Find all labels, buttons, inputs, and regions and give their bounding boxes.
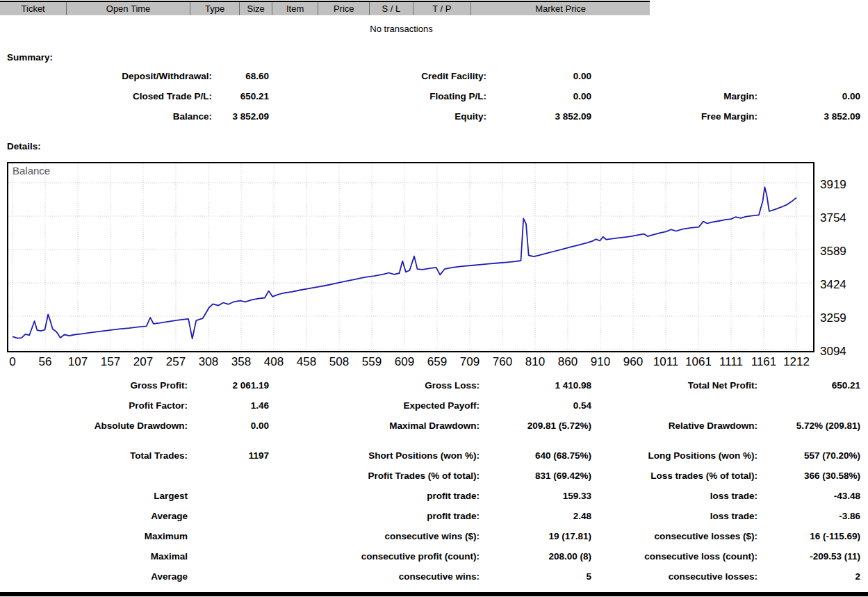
- column-header-open-time: Open Time: [67, 1, 190, 15]
- x-axis-tick-label: 910: [591, 355, 610, 369]
- table-row: Closed Trade P/L: 650.21 Floating P/L: 0…: [0, 86, 860, 106]
- stat-value: 0.00: [486, 86, 591, 106]
- stat-value: [188, 526, 269, 546]
- table-row: Largest profit trade: 159.33 loss trade:…: [0, 486, 860, 506]
- stat-value: [758, 395, 860, 416]
- x-axis-tick-label: 1212: [783, 355, 810, 369]
- x-axis-tick-label: 659: [427, 355, 447, 369]
- stat-value: -3.86: [758, 506, 860, 526]
- x-axis-tick-label: 358: [231, 355, 251, 369]
- stat-value: 5.72% (209.81): [758, 416, 860, 436]
- stat-label: Maximum: [0, 526, 188, 546]
- stat-label: Average: [0, 566, 188, 587]
- stat-value: 831 (69.42%): [480, 466, 591, 486]
- stat-label: Credit Facility:: [269, 66, 486, 86]
- stat-value: -209.53 (11): [758, 546, 860, 566]
- balance-chart: Balance 39193754358934243259309405610715…: [7, 162, 868, 370]
- stat-value: 2 061.19: [188, 375, 269, 395]
- stat-value: 3 852.09: [486, 106, 591, 126]
- stat-label: Absolute Drawdown:: [0, 416, 188, 436]
- stat-label: loss trade:: [591, 506, 758, 526]
- stat-value: [758, 66, 860, 86]
- spacer-row: [0, 436, 860, 445]
- stat-label: Long Positions (won %):: [591, 445, 758, 466]
- stat-value: 19 (17.81): [480, 526, 591, 546]
- y-axis-tick-label: 3424: [820, 278, 846, 292]
- y-axis-tick-label: 3754: [820, 211, 846, 225]
- stat-label: Relative Drawdown:: [591, 416, 758, 436]
- chart-title: Balance: [13, 165, 50, 177]
- x-axis-tick-label: 508: [329, 355, 349, 369]
- stat-label: consecutive losses ($):: [591, 526, 758, 546]
- stat-label: Maximal Drawdown:: [269, 416, 480, 436]
- stat-label: Largest: [0, 486, 188, 506]
- stat-label: Loss trades (% of total):: [591, 466, 758, 486]
- balance-chart-canvas: [8, 163, 813, 351]
- stat-label: Closed Trade P/L:: [0, 86, 212, 106]
- stat-label: Maximal: [0, 546, 188, 566]
- statistics-table: Gross Profit: 2 061.19 Gross Loss: 1 410…: [0, 375, 860, 587]
- x-axis-tick-label: 1161: [751, 355, 777, 369]
- column-header-tp: T / P: [413, 1, 471, 15]
- transactions-header-row: Ticket Open Time Type Size Item Price S …: [0, 1, 650, 15]
- stat-value: [188, 466, 269, 486]
- stat-label: Average: [0, 506, 188, 526]
- stat-value: 209.81 (5.72%): [480, 416, 591, 436]
- stat-label: profit trade:: [269, 506, 480, 526]
- stat-value: 1 410.98: [480, 375, 591, 395]
- stat-value: [188, 566, 269, 587]
- x-axis-tick-label: 257: [166, 355, 186, 369]
- x-axis-tick-label: 810: [525, 355, 545, 369]
- x-axis-tick-label: 860: [558, 355, 578, 369]
- stat-label: consecutive profit (count):: [269, 546, 480, 566]
- x-axis-tick-label: 1011: [653, 355, 679, 369]
- stat-value: 159.33: [480, 486, 591, 506]
- stat-label: Gross Profit:: [0, 375, 188, 395]
- x-axis-tick-label: 458: [297, 355, 316, 369]
- stat-label: profit trade:: [269, 486, 480, 506]
- stat-value: 3 852.09: [212, 106, 269, 126]
- stat-value: 2: [758, 566, 860, 587]
- y-axis-tick-label: 3589: [820, 245, 846, 259]
- column-header-type: Type: [190, 1, 240, 15]
- table-row: Absolute Drawdown: 0.00 Maximal Drawdown…: [0, 416, 860, 436]
- table-row: Maximum consecutive wins ($): 19 (17.81)…: [0, 526, 860, 546]
- summary-heading: Summary:: [7, 52, 868, 63]
- stat-label: Short Positions (won %):: [269, 445, 480, 466]
- x-axis-tick-label: 559: [362, 355, 382, 369]
- stat-label: Balance:: [0, 106, 212, 126]
- stat-label: Total Trades:: [0, 445, 188, 466]
- stat-value: 1.46: [188, 395, 269, 416]
- stat-label: [591, 395, 758, 416]
- stat-value: [188, 546, 269, 566]
- column-header-item: Item: [272, 1, 318, 15]
- stat-label: consecutive wins ($):: [269, 526, 480, 546]
- x-axis-tick-label: 308: [199, 355, 218, 369]
- stat-label: Profit Factor:: [0, 395, 188, 416]
- y-axis-tick-label: 3094: [820, 345, 846, 359]
- table-row: Deposit/Withdrawal: 68.60 Credit Facilit…: [0, 66, 860, 86]
- table-row: Maximal consecutive profit (count): 208.…: [0, 546, 860, 566]
- table-row: Total Trades: 1197 Short Positions (won …: [0, 445, 860, 466]
- x-axis-tick-label: 1061: [685, 355, 712, 369]
- stat-label: Gross Loss:: [269, 375, 480, 395]
- stat-value: 2.48: [480, 506, 591, 526]
- stat-label: [591, 66, 758, 86]
- stat-value: 557 (70.20%): [758, 445, 860, 466]
- x-axis-tick-label: 960: [623, 355, 643, 369]
- stat-value: -43.48: [758, 486, 860, 506]
- x-axis-tick-label: 1111: [719, 355, 743, 369]
- stat-label: consecutive loss (count):: [591, 546, 758, 566]
- stat-label: Equity:: [269, 106, 486, 126]
- bottom-divider-bar: [0, 592, 868, 596]
- stat-value: 5: [480, 566, 591, 587]
- stat-label: consecutive losses:: [591, 566, 758, 587]
- stat-value: 0.54: [480, 395, 591, 416]
- table-row: Average profit trade: 2.48 loss trade: -…: [0, 506, 860, 526]
- summary-table: Deposit/Withdrawal: 68.60 Credit Facilit…: [0, 66, 860, 126]
- x-axis-tick-label: 760: [493, 355, 512, 369]
- stat-value: 208.00 (8): [480, 546, 591, 566]
- column-header-price: Price: [318, 1, 370, 15]
- table-row: Profit Factor: 1.46 Expected Payoff: 0.5…: [0, 395, 860, 416]
- stat-label: loss trade:: [591, 486, 758, 506]
